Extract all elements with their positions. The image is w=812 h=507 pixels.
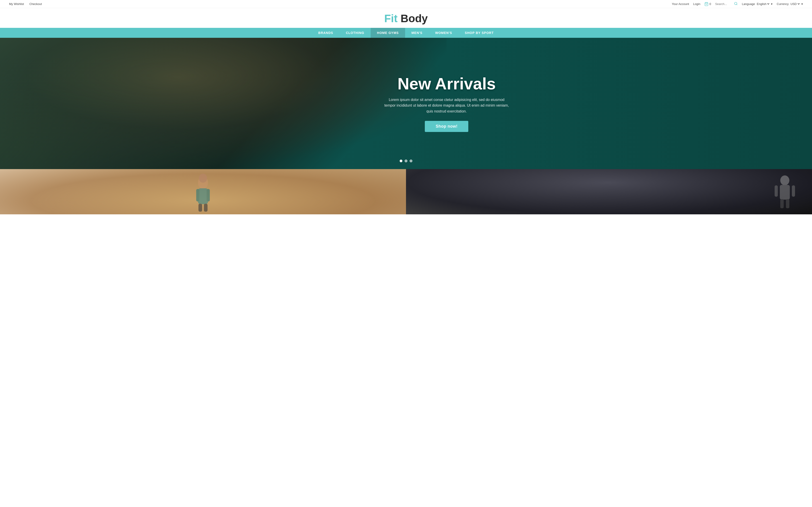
svg-point-1 [734, 2, 737, 5]
svg-rect-9 [204, 204, 208, 212]
bottom-right-panel[interactable] [406, 169, 812, 214]
nav-item-brands[interactable]: BRANDS [312, 28, 340, 38]
bottom-preview [0, 169, 812, 214]
language-dropdown[interactable]: Language English ▾ [742, 2, 773, 6]
bottom-left-panel[interactable] [0, 169, 406, 214]
svg-line-2 [737, 4, 738, 5]
logo-fit: Fit [384, 12, 398, 24]
login-link[interactable]: Login [693, 2, 700, 6]
cart-icon [704, 2, 708, 6]
top-bar: My Wishlist Checkout Your Account Login … [0, 0, 812, 8]
hero-section: New Arrivals Lorem ipsum dolor sit amet … [0, 38, 812, 169]
currency-label: Currency [777, 2, 789, 6]
gym-figure [762, 171, 807, 212]
svg-rect-14 [780, 199, 784, 208]
search-input[interactable] [715, 2, 733, 6]
checkout-link[interactable]: Checkout [30, 2, 42, 6]
svg-point-4 [199, 174, 207, 183]
svg-rect-13 [792, 185, 795, 197]
search-icon [734, 2, 738, 5]
currency-dropdown[interactable]: Currency USD ▾ [777, 2, 803, 6]
currency-select[interactable]: USD [790, 2, 801, 6]
hero-title: New Arrivals [383, 75, 510, 93]
nav-bar: BRANDS CLOTHING HOME GYMS MEN'S WOMEN'S … [0, 28, 812, 38]
nav-item-womens[interactable]: WOMEN'S [429, 28, 459, 38]
slider-dots [400, 160, 412, 162]
hero-content: New Arrivals Lorem ipsum dolor sit amet … [378, 75, 514, 132]
account-link[interactable]: Your Account [672, 2, 689, 6]
nav-item-home-gyms[interactable]: HOME GYMS [371, 28, 405, 38]
nav-item-clothing[interactable]: CLOTHING [340, 28, 371, 38]
svg-rect-8 [198, 204, 202, 212]
search-button[interactable] [734, 2, 738, 6]
currency-chevron-icon: ▾ [801, 2, 803, 6]
svg-rect-5 [198, 188, 208, 204]
wishlist-link[interactable]: My Wishlist [9, 2, 24, 6]
search-wrap [715, 2, 738, 6]
woman-athlete-figure [189, 171, 217, 212]
logo[interactable]: Fit Body [384, 12, 428, 25]
language-label: Language [742, 2, 755, 6]
svg-rect-15 [786, 199, 789, 208]
svg-rect-7 [207, 189, 210, 202]
language-select[interactable]: English [756, 2, 770, 6]
logo-section: Fit Body [0, 8, 812, 28]
cart-count: 0 [709, 2, 711, 6]
logo-body: Body [398, 12, 428, 24]
top-bar-left: My Wishlist Checkout [9, 2, 42, 6]
slider-dot-2[interactable] [405, 160, 407, 162]
slider-dot-3[interactable] [410, 160, 412, 162]
language-chevron-icon: ▾ [771, 2, 773, 6]
svg-rect-12 [775, 185, 778, 197]
nav-item-shop-by-sport[interactable]: SHOP BY SPORT [459, 28, 500, 38]
hero-subtitle: Lorem ipsum dolor sit amet conse ctetur … [383, 97, 510, 114]
svg-rect-11 [780, 185, 790, 200]
cart-button[interactable]: 0 [704, 2, 711, 6]
svg-point-10 [780, 175, 789, 185]
slider-dot-1[interactable] [400, 160, 402, 162]
shop-now-button[interactable]: Shop now! [425, 121, 468, 132]
svg-rect-6 [196, 189, 199, 202]
nav-item-mens[interactable]: MEN'S [405, 28, 429, 38]
top-bar-right: Your Account Login 0 Language English [672, 2, 803, 6]
